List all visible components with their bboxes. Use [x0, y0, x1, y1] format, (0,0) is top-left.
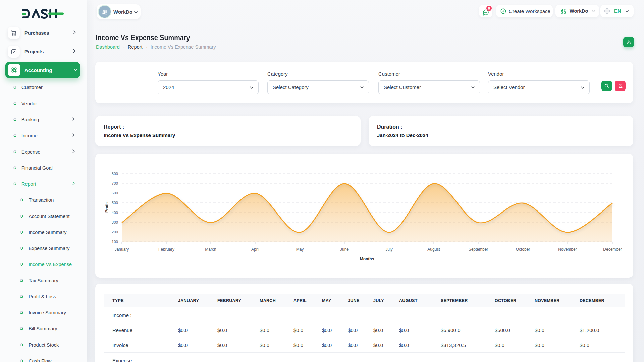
svg-text:February: February — [158, 247, 174, 252]
svg-text:700: 700 — [112, 181, 118, 185]
svg-text:April: April — [251, 247, 259, 252]
svg-text:August: August — [427, 247, 440, 252]
svg-text:800: 800 — [112, 172, 118, 176]
svg-text:September: September — [469, 247, 488, 252]
svg-text:500: 500 — [112, 201, 118, 205]
svg-text:March: March — [205, 247, 216, 252]
svg-text:400: 400 — [112, 210, 118, 215]
svg-text:June: June — [340, 247, 349, 252]
svg-text:200: 200 — [112, 230, 118, 234]
svg-text:December: December — [603, 247, 622, 252]
svg-text:October: October — [516, 247, 530, 252]
svg-text:January: January — [115, 247, 129, 252]
svg-text:Months: Months — [360, 257, 374, 261]
svg-text:300: 300 — [112, 220, 118, 224]
svg-text:May: May — [296, 247, 304, 252]
svg-text:July: July — [385, 247, 392, 252]
svg-text:November: November — [558, 247, 577, 252]
svg-text:Profit: Profit — [105, 202, 109, 213]
svg-text:600: 600 — [112, 191, 118, 195]
svg-text:100: 100 — [112, 240, 118, 244]
